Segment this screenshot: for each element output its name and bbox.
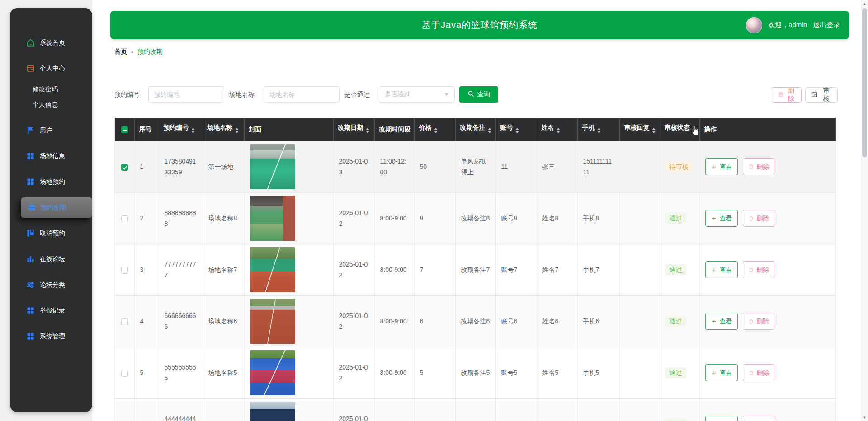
trash-icon	[748, 318, 754, 324]
vertical-scrollbar[interactable]: ▲ ▼	[861, 0, 868, 421]
cell-phone: 手机7	[577, 244, 619, 295]
venue-name-input[interactable]	[264, 86, 340, 103]
bulk-delete-label: 删除	[787, 87, 796, 103]
column-header-reply[interactable]: 审核回复	[619, 118, 660, 141]
view-button[interactable]: ＋查看	[705, 364, 738, 381]
audit-button[interactable]: 审核	[805, 87, 838, 103]
bulk-delete-button[interactable]: 删除	[772, 87, 802, 103]
sort-caret-icon[interactable]	[597, 126, 601, 135]
table-row: 4 6666666666 场地名称6 2025-01-02 8:00-9:00 …	[115, 295, 835, 347]
column-header-date[interactable]: 改期日期	[333, 118, 374, 141]
sort-caret-icon[interactable]	[235, 126, 239, 135]
trash-icon	[748, 215, 754, 221]
column-header-account[interactable]: 账号	[495, 118, 537, 141]
plus-icon: ＋	[711, 267, 717, 273]
sort-caret-icon[interactable]	[557, 126, 560, 135]
cell-name: 姓名8	[537, 192, 577, 244]
scroll-up-icon[interactable]: ▲	[861, 0, 868, 7]
sidebar-item-profile-center[interactable]: 个人中心	[10, 56, 92, 81]
sidebar-item-forum-category[interactable]: 论坛分类	[10, 272, 92, 298]
sidebar-item-home[interactable]: 系统首页	[10, 30, 92, 56]
select-all-checkbox[interactable]	[121, 126, 128, 133]
cell-account: 11	[495, 141, 537, 192]
sidebar-item-personal-info[interactable]: 个人信息	[10, 97, 92, 112]
sidebar-item-label: 个人中心	[40, 65, 65, 73]
sidebar-item-venue-booking[interactable]: 场地预约	[10, 169, 92, 195]
delete-button[interactable]: 删除	[743, 313, 774, 330]
sort-caret-icon[interactable]	[366, 126, 369, 135]
delete-button[interactable]: 删除	[743, 158, 774, 175]
cell-index: 4	[134, 295, 159, 347]
table-row: 6 4444444444 场地名称4 2025-01-02 8:00-9:00 …	[115, 398, 835, 421]
sort-caret-icon[interactable]	[652, 126, 656, 135]
status-badge: 通过	[665, 316, 686, 327]
delete-button[interactable]: 删除	[743, 364, 774, 381]
cell-timeslot: 8:00-9:00	[374, 347, 414, 398]
column-header-name[interactable]: 姓名	[537, 118, 577, 141]
cell-timeslot: 8:00-9:00	[374, 192, 414, 244]
view-button[interactable]: ＋查看	[705, 210, 738, 227]
view-button[interactable]: ＋查看	[705, 261, 738, 278]
row-checkbox[interactable]	[121, 318, 128, 325]
breadcrumb-current: 预约改期	[137, 48, 163, 56]
column-header-phone[interactable]: 手机	[577, 118, 619, 141]
scrollbar-thumb[interactable]	[862, 8, 867, 157]
sidebar-item-users[interactable]: 用户	[10, 117, 92, 143]
delete-button[interactable]: 删除	[743, 416, 774, 421]
row-checkbox[interactable]	[121, 164, 128, 171]
mouse-cursor-icon	[690, 126, 699, 137]
sort-caret-icon[interactable]	[488, 126, 491, 135]
reschedule-table: 序号 预约编号 场地名称 封面 改期日期 改期时间段 价格 改期备注 账号 姓名…	[114, 118, 836, 421]
cell-account: 账号4	[495, 398, 537, 421]
sidebar-item-system-management[interactable]: 系统管理	[10, 323, 92, 349]
column-header-price[interactable]: 价格	[414, 118, 455, 141]
sidebar-item-label: 系统首页	[40, 39, 65, 47]
sidebar-item-label: 在线论坛	[40, 255, 65, 263]
reservation-no-input[interactable]	[148, 86, 224, 103]
cell-name: 张三	[537, 141, 577, 192]
delete-button[interactable]: 删除	[743, 261, 774, 278]
row-checkbox[interactable]	[121, 267, 128, 274]
cell-note: 改期备注5	[455, 347, 495, 398]
view-button[interactable]: ＋查看	[705, 313, 738, 330]
sidebar-item-cancel-booking[interactable]: 取消预约	[10, 220, 92, 246]
cell-account: 账号8	[495, 192, 537, 244]
cell-phone: 手机8	[577, 192, 619, 244]
cell-reply	[619, 398, 660, 421]
sort-caret-icon[interactable]	[515, 126, 519, 135]
cell-account: 账号6	[495, 295, 537, 347]
column-header-timeslot: 改期时间段	[374, 118, 414, 141]
court-cover-image	[250, 299, 295, 344]
row-checkbox[interactable]	[121, 370, 128, 377]
pass-filter-label: 是否通过	[344, 86, 370, 103]
search-button[interactable]: 查询	[459, 86, 498, 103]
scroll-down-icon[interactable]: ▼	[861, 414, 868, 421]
row-checkbox[interactable]	[121, 215, 128, 222]
sidebar-item-report-records[interactable]: 举报记录	[10, 298, 92, 323]
sidebar-item-reschedule-active[interactable]: 预约改期	[21, 197, 92, 218]
sidebar-item-venue-info[interactable]: 场地信息	[10, 143, 92, 169]
column-header-reservation-no[interactable]: 预约编号	[159, 118, 203, 141]
cell-date: 2025-01-02	[333, 295, 374, 347]
sort-caret-icon[interactable]	[434, 126, 438, 135]
pass-select[interactable]: 是否通过	[379, 86, 455, 103]
grid-icon	[26, 178, 35, 186]
court-cover-image	[250, 196, 295, 241]
delete-button[interactable]: 删除	[743, 210, 774, 227]
logout-button[interactable]: 退出登录	[813, 21, 840, 29]
column-header-note[interactable]: 改期备注	[455, 118, 495, 141]
cell-reservation-no: 6666666666	[159, 295, 203, 347]
search-icon	[467, 90, 474, 98]
breadcrumb: 首页 ● 预约改期	[114, 48, 163, 56]
breadcrumb-home[interactable]: 首页	[114, 48, 127, 56]
column-header-venue[interactable]: 场地名称	[203, 118, 244, 141]
sort-caret-icon[interactable]	[191, 126, 195, 135]
cell-venue: 场地名称7	[203, 244, 244, 295]
view-button[interactable]: ＋查看	[705, 158, 738, 175]
sidebar-item-change-password[interactable]: 修改密码	[10, 81, 92, 97]
cell-name: 姓名6	[537, 295, 577, 347]
sidebar-item-online-forum[interactable]: 在线论坛	[10, 246, 92, 272]
cell-phone: 手机5	[577, 347, 619, 398]
cell-note: 改期备注4	[455, 398, 495, 421]
view-button[interactable]: ＋查看	[705, 416, 738, 421]
